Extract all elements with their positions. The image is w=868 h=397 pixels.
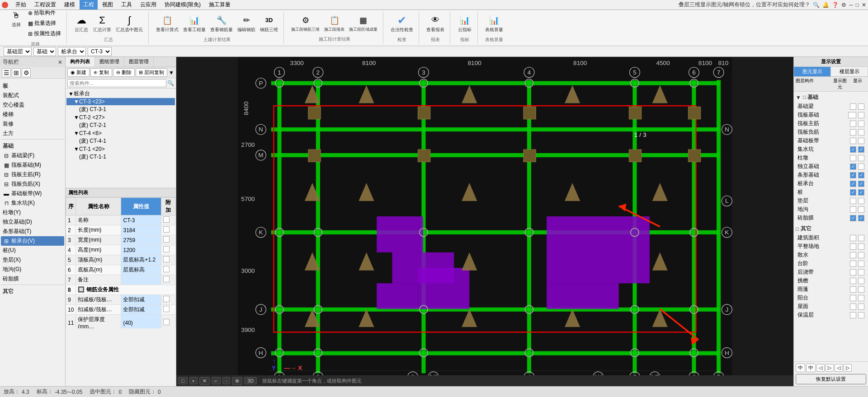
- pick-btn[interactable]: ⊕: [232, 377, 242, 385]
- prop-extra-10[interactable]: [161, 305, 175, 315]
- rebar-3d-btn[interactable]: 3D 钢筋三维: [258, 13, 280, 34]
- prop-extra-11[interactable]: [161, 315, 175, 329]
- tab-drawing-management[interactable]: 图纸管理: [95, 57, 124, 67]
- cloud-index-btn[interactable]: 📊 云指标: [456, 13, 474, 34]
- show-check-gl[interactable]: [858, 243, 864, 250]
- menu-cloud[interactable]: 云应用: [137, 0, 160, 9]
- show-check-rm[interactable]: [858, 121, 864, 127]
- prop-extra-2[interactable]: [161, 225, 175, 235]
- restore-defaults-btn[interactable]: 恢复默认设置: [796, 374, 866, 384]
- minimize-icon[interactable]: ─: [849, 2, 853, 8]
- prop-value-6[interactable]: 层底标高: [121, 265, 161, 275]
- show-check-sb[interactable]: [858, 138, 864, 144]
- show-elem-check-sb[interactable]: [850, 138, 856, 144]
- del-btn[interactable]: ✕: [199, 377, 210, 385]
- prop-extra-9[interactable]: [161, 295, 175, 305]
- nav-btn-list[interactable]: ☰: [2, 68, 11, 77]
- menu-construction[interactable]: 施工算量: [205, 0, 234, 9]
- rp-btn-prev2[interactable]: ◁: [835, 364, 843, 372]
- show-elem-check-gl[interactable]: [850, 243, 856, 250]
- show-elem-check-roof[interactable]: [850, 304, 856, 310]
- tree-ct1-1[interactable]: (废) CT-1-1: [66, 153, 175, 161]
- menu-collab[interactable]: 协同建模(限免): [161, 0, 204, 9]
- rp-btn-next[interactable]: ▷: [826, 364, 834, 372]
- show-check-balc[interactable]: [858, 295, 864, 301]
- show-elem-check-cc[interactable]: [850, 155, 856, 161]
- tree-ct3-1[interactable]: (废) CT-3-1: [66, 105, 175, 114]
- bell-icon[interactable]: 🔔: [822, 2, 829, 8]
- tree-ct1[interactable]: ▼ CT-1 <20>: [66, 145, 175, 153]
- calc-btn[interactable]: Σ 汇总计算: [91, 13, 113, 34]
- view-qty-btn[interactable]: 📊 查看工程量: [181, 13, 208, 34]
- construction-report-btn[interactable]: 📋 施工段报表: [322, 13, 346, 33]
- nav-close-icon[interactable]: ✕: [58, 59, 62, 65]
- prop-value-3[interactable]: 2759: [121, 235, 161, 245]
- show-elem-check-rm[interactable]: [850, 121, 856, 127]
- prop-extra-3[interactable]: [161, 235, 175, 245]
- nav-item-isolated-found[interactable]: 独立基础(D): [1, 217, 64, 227]
- show-check-sump[interactable]: [858, 146, 864, 153]
- tab-floor-display[interactable]: 楼层显示: [831, 67, 868, 76]
- show-elem-check-sump[interactable]: [850, 146, 856, 153]
- nav-item-ditch[interactable]: 地沟(G): [1, 265, 64, 274]
- nav-btn-grid[interactable]: ⊞: [12, 68, 21, 77]
- delete-btn[interactable]: ⊖ 删除: [113, 68, 135, 77]
- construction-rebar-3d-btn[interactable]: ⚙ 施工段钢筋三维: [289, 13, 321, 33]
- draw-rect-btn[interactable]: ▪: [189, 377, 198, 384]
- point-btn[interactable]: ·: [222, 377, 230, 384]
- rp-btn-next2[interactable]: ▷: [844, 364, 852, 372]
- show-elem-check-fb[interactable]: [850, 103, 856, 110]
- tree-ct4[interactable]: ▼ CT-4 <6>: [66, 130, 175, 137]
- nav-item-strip-found[interactable]: 条形基础(T): [1, 227, 64, 236]
- settings-icon[interactable]: ⚙: [841, 2, 846, 8]
- canvas-area[interactable]: 3300 8100 8100 8100 4500 8100 810 1 2 3 …: [176, 57, 793, 386]
- tree-ct3[interactable]: ▼ CT-3 <23>: [66, 98, 175, 105]
- rp-btn-zh[interactable]: 中: [796, 364, 805, 372]
- show-elem-check-sw[interactable]: [850, 252, 856, 258]
- rp-btn-zh2[interactable]: 中: [806, 364, 816, 372]
- search-icon[interactable]: 🔍: [813, 2, 820, 8]
- show-elem-check-pile[interactable]: [850, 189, 856, 196]
- prop-value-10[interactable]: 全部扣减: [121, 305, 161, 315]
- table-calc-btn[interactable]: 📊 表格算量: [483, 13, 505, 34]
- level4-select[interactable]: CT-3: [88, 47, 112, 56]
- show-check-ba[interactable]: [858, 235, 864, 241]
- show-check-canopy[interactable]: [858, 286, 864, 293]
- show-elem-check-raft[interactable]: [858, 112, 864, 118]
- nav-item-earthwork[interactable]: 土方: [1, 129, 64, 138]
- show-check-bf[interactable]: [858, 215, 864, 221]
- prop-extra-1[interactable]: [161, 215, 175, 225]
- nav-item-brick-form[interactable]: 砖胎膜: [1, 274, 64, 284]
- tab-component-list[interactable]: 构件列表: [66, 57, 95, 67]
- level3-select[interactable]: 桩承台: [58, 47, 86, 56]
- nav-item-prefab[interactable]: 装配式: [1, 91, 64, 100]
- view-calc-btn[interactable]: 📋 查看计算式: [154, 13, 180, 34]
- menu-engineering[interactable]: 工程: [80, 0, 98, 9]
- show-check-isol[interactable]: [858, 163, 864, 170]
- help-icon[interactable]: ❓: [832, 2, 839, 8]
- show-elem-check-canopy[interactable]: [850, 286, 856, 293]
- level2-select[interactable]: 基础: [33, 47, 56, 56]
- close-icon[interactable]: ✕: [862, 2, 866, 8]
- show-elem-check-ditch[interactable]: [850, 206, 856, 213]
- maximize-icon[interactable]: □: [856, 2, 859, 8]
- nav-item-stairs[interactable]: 楼梯: [1, 110, 64, 119]
- prop-value-7[interactable]: [121, 275, 161, 285]
- tree-root[interactable]: ▼ 桩承台: [66, 89, 175, 98]
- show-elem-check-isol[interactable]: [850, 163, 856, 170]
- show-check-cush[interactable]: [858, 198, 864, 204]
- search-input[interactable]: [67, 79, 166, 87]
- nav-item-decoration[interactable]: 装修: [1, 119, 64, 129]
- show-check-sw[interactable]: [858, 252, 864, 258]
- floor-copy-btn[interactable]: ⊞ 层间复制: [136, 68, 167, 77]
- select-btn[interactable]: 🖱 选择: [7, 8, 25, 38]
- tree-ct2-1[interactable]: (废) CT-2-1: [66, 121, 175, 130]
- tree-ct2[interactable]: ▼ CT-2 <27>: [66, 114, 175, 121]
- nav-item-cushion[interactable]: 垫层(X): [1, 255, 64, 265]
- prop-value-5[interactable]: 层底标高+1.2: [121, 255, 161, 265]
- tab-layer-management[interactable]: 图层管理: [124, 57, 154, 67]
- show-check-cc[interactable]: [858, 155, 864, 161]
- show-elem-check-strip[interactable]: [850, 172, 856, 178]
- show-elem-check-rn[interactable]: [850, 129, 856, 135]
- prop-select-btn[interactable]: ⊞ 按属性选择: [26, 29, 63, 38]
